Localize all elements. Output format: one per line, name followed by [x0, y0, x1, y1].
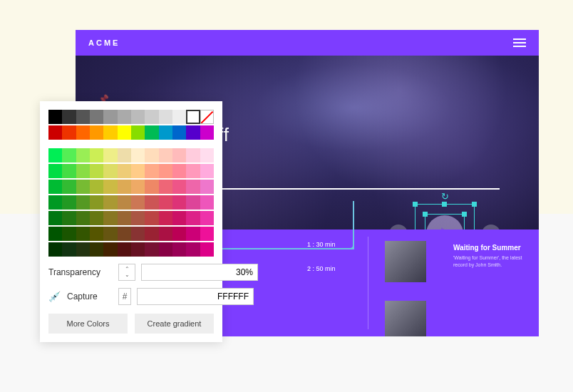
color-swatch[interactable]: [172, 125, 186, 140]
color-swatch[interactable]: [200, 148, 214, 163]
color-swatch[interactable]: [186, 125, 200, 140]
color-swatch[interactable]: [103, 164, 117, 178]
color-swatch[interactable]: [186, 110, 200, 124]
color-swatch[interactable]: [186, 227, 200, 241]
color-swatch[interactable]: [145, 211, 158, 225]
color-swatch[interactable]: [76, 211, 90, 225]
color-swatch[interactable]: [76, 148, 90, 163]
color-swatch[interactable]: [145, 180, 158, 194]
color-swatch[interactable]: [131, 195, 145, 210]
color-swatch[interactable]: [62, 211, 76, 225]
color-swatch[interactable]: [200, 164, 214, 178]
color-swatch[interactable]: [131, 148, 145, 163]
color-swatch[interactable]: [62, 195, 76, 210]
color-swatch[interactable]: [172, 164, 186, 178]
hex-input[interactable]: [137, 288, 254, 305]
color-swatch[interactable]: [90, 164, 103, 178]
color-swatch[interactable]: [200, 180, 214, 194]
resize-handle[interactable]: [442, 202, 447, 207]
color-swatch[interactable]: [131, 164, 145, 178]
color-swatch[interactable]: [159, 148, 172, 163]
color-swatch[interactable]: [159, 125, 172, 140]
rotate-handle-icon[interactable]: ↻: [441, 191, 449, 202]
color-swatch[interactable]: [145, 195, 158, 210]
menu-icon[interactable]: [513, 38, 526, 47]
color-swatch[interactable]: [76, 180, 90, 194]
prev-track-button[interactable]: [389, 225, 408, 229]
color-swatch[interactable]: [90, 110, 103, 124]
transparency-stepper[interactable]: ⌃ ⌄: [118, 264, 135, 281]
color-swatch[interactable]: [159, 211, 172, 225]
color-swatch[interactable]: [159, 195, 172, 210]
play-button[interactable]: [426, 215, 463, 229]
color-swatch[interactable]: [186, 211, 200, 225]
color-swatch[interactable]: [131, 227, 145, 241]
color-swatch[interactable]: [103, 211, 117, 225]
resize-handle[interactable]: [472, 202, 477, 207]
color-swatch[interactable]: [200, 242, 214, 257]
color-swatch[interactable]: [90, 242, 103, 257]
color-swatch[interactable]: [159, 110, 172, 124]
color-swatch[interactable]: [118, 180, 131, 194]
color-swatch[interactable]: [118, 211, 131, 225]
color-swatch[interactable]: [103, 125, 117, 140]
color-swatch[interactable]: [103, 180, 117, 194]
color-swatch[interactable]: [159, 242, 172, 257]
color-swatch[interactable]: [62, 242, 76, 257]
color-swatch[interactable]: [186, 180, 200, 194]
color-swatch[interactable]: [118, 227, 131, 241]
color-swatch[interactable]: [118, 195, 131, 210]
color-swatch[interactable]: [90, 180, 103, 194]
color-swatch[interactable]: [48, 125, 62, 140]
color-swatch[interactable]: [90, 211, 103, 225]
color-swatch[interactable]: [145, 110, 158, 124]
color-swatch[interactable]: [48, 211, 62, 225]
color-swatch[interactable]: [90, 195, 103, 210]
resize-handle[interactable]: [423, 212, 428, 217]
album-art[interactable]: [385, 241, 426, 282]
color-swatch[interactable]: [62, 180, 76, 194]
color-swatch[interactable]: [103, 195, 117, 210]
create-gradient-button[interactable]: Create gradient: [135, 314, 214, 334]
color-swatch[interactable]: [62, 148, 76, 163]
color-swatch[interactable]: [131, 211, 145, 225]
color-swatch[interactable]: [76, 242, 90, 257]
color-swatch[interactable]: [172, 180, 186, 194]
color-swatch[interactable]: [200, 211, 214, 225]
color-swatch[interactable]: [145, 242, 158, 257]
color-swatch[interactable]: [131, 180, 145, 194]
color-swatch[interactable]: [200, 125, 214, 140]
color-swatch[interactable]: [48, 242, 62, 257]
color-swatch[interactable]: [62, 125, 76, 140]
color-swatch[interactable]: [131, 242, 145, 257]
color-swatch[interactable]: [76, 110, 90, 124]
color-swatch[interactable]: [172, 195, 186, 210]
color-swatch[interactable]: [90, 148, 103, 163]
resize-handle[interactable]: [462, 212, 467, 217]
color-swatch[interactable]: [145, 148, 158, 163]
color-swatch[interactable]: [186, 164, 200, 178]
color-swatch[interactable]: [48, 180, 62, 194]
color-swatch[interactable]: [76, 195, 90, 210]
more-colors-button[interactable]: More Colors: [48, 314, 128, 334]
color-swatch[interactable]: [172, 211, 186, 225]
resize-handle[interactable]: [413, 202, 418, 207]
eyedropper-icon[interactable]: 💉: [48, 291, 61, 302]
color-swatch[interactable]: [90, 125, 103, 140]
color-swatch[interactable]: [200, 227, 214, 241]
color-swatch[interactable]: [145, 125, 158, 140]
color-swatch[interactable]: [118, 164, 131, 178]
color-swatch[interactable]: [159, 227, 172, 241]
color-swatch[interactable]: [62, 110, 76, 124]
transparency-input[interactable]: [141, 264, 258, 281]
color-swatch[interactable]: [48, 110, 62, 124]
color-swatch[interactable]: [48, 195, 62, 210]
album-art[interactable]: [385, 301, 426, 336]
color-swatch[interactable]: [48, 164, 62, 178]
color-swatch[interactable]: [103, 110, 117, 124]
color-swatch[interactable]: [186, 195, 200, 210]
color-swatch[interactable]: [172, 148, 186, 163]
color-swatch[interactable]: [159, 180, 172, 194]
color-swatch[interactable]: [118, 148, 131, 163]
color-swatch[interactable]: [48, 148, 62, 163]
